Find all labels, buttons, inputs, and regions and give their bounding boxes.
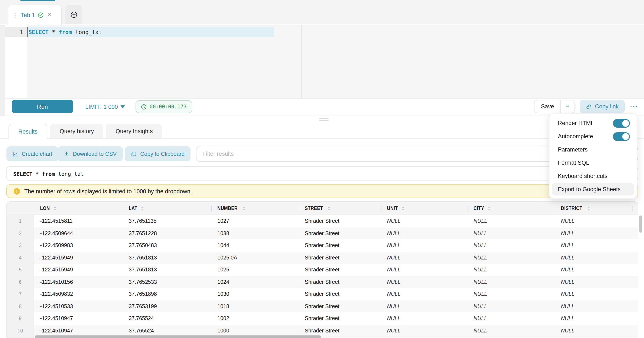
table-cell[interactable]: Shrader Street — [299, 227, 381, 239]
editor-code-area[interactable]: SELECT * from long_lat — [27, 25, 644, 98]
table-cell[interactable]: 1000 — [212, 324, 299, 337]
table-cell[interactable]: NULL — [381, 227, 468, 239]
menu-item-autocomplete[interactable]: Autocomplete — [550, 130, 637, 143]
copy-link-button[interactable]: Copy link — [580, 100, 624, 113]
table-cell[interactable]: NULL — [555, 239, 632, 252]
table-cell[interactable]: NULL — [381, 239, 468, 252]
horizontal-scrollbar[interactable] — [35, 335, 321, 338]
table-cell[interactable]: 1024 — [212, 276, 299, 288]
column-header-lon[interactable]: LON — [34, 202, 123, 215]
table-cell[interactable]: Shrader Street — [299, 324, 381, 337]
table-cell[interactable]: 1025.0A — [212, 252, 299, 264]
add-tab-button[interactable] — [65, 5, 82, 24]
menu-item-parameters[interactable]: Parameters — [550, 143, 637, 156]
table-cell[interactable]: NULL — [381, 337, 468, 338]
table-cell[interactable]: NULL — [555, 215, 632, 227]
column-header-city[interactable]: CITY — [468, 202, 555, 215]
table-cell[interactable]: Shrader Street — [299, 239, 381, 252]
table-cell[interactable]: 37.7651135 — [123, 215, 212, 227]
table-cell[interactable]: NULL — [555, 324, 632, 337]
table-cell[interactable]: Shrader Street — [299, 252, 381, 264]
table-cell[interactable]: NULL — [381, 252, 468, 264]
table-cell[interactable]: NULL — [381, 264, 468, 276]
table-cell[interactable]: 37.7651813 — [123, 264, 212, 276]
table-cell[interactable]: NULL — [555, 252, 632, 264]
column-header-district[interactable]: DISTRICT — [555, 202, 632, 215]
table-cell[interactable]: NULL — [381, 300, 468, 312]
column-header-lat[interactable]: LAT — [123, 202, 212, 215]
column-header-street[interactable]: STREET — [299, 202, 381, 215]
render-html-toggle[interactable] — [613, 119, 630, 127]
table-cell[interactable]: NULL — [468, 324, 555, 337]
table-cell[interactable]: NULL — [555, 312, 632, 324]
table-cell[interactable]: 37.765524 — [123, 312, 212, 324]
table-cell[interactable]: Shrader Street — [299, 288, 381, 300]
table-cell[interactable]: NULL — [381, 324, 468, 337]
menu-item-format-sql[interactable]: Format SQL — [550, 156, 637, 170]
save-options-button[interactable] — [560, 100, 574, 113]
table-cell[interactable]: Shrader Street — [299, 312, 381, 324]
table-cell[interactable]: 37.7651898 — [123, 288, 212, 300]
table-cell[interactable]: NULL — [468, 276, 555, 288]
table-cell[interactable]: -122.4510947 — [34, 312, 123, 324]
table-cell[interactable]: NULL — [468, 252, 555, 264]
more-options-button[interactable]: ··· — [629, 103, 639, 110]
table-cell[interactable]: NULL — [555, 337, 632, 338]
table-cell[interactable]: 37.7651813 — [123, 252, 212, 264]
table-cell[interactable]: NULL — [555, 300, 632, 312]
table-cell[interactable]: 37.7651228 — [123, 227, 212, 239]
table-cell[interactable]: NULL — [381, 215, 468, 227]
table-cell[interactable]: NULL — [468, 227, 555, 239]
table-cell[interactable]: -122.4515949 — [34, 252, 123, 264]
vertical-scrollbar[interactable] — [639, 216, 642, 233]
table-cell[interactable]: 1002 — [212, 312, 299, 324]
table-cell[interactable]: 1044 — [212, 239, 299, 252]
results-tab-query-insights[interactable]: Query Insights — [106, 124, 162, 138]
active-code-line[interactable]: SELECT * from long_lat — [27, 27, 274, 37]
run-button[interactable]: Run — [12, 100, 73, 113]
table-cell[interactable]: -122.4510533 — [34, 300, 123, 312]
table-cell[interactable]: -122.4515811 — [34, 215, 123, 227]
table-cell[interactable]: 37.7653199 — [123, 300, 212, 312]
table-cell[interactable]: NULL — [468, 264, 555, 276]
column-header-re[interactable]: RE — [632, 202, 638, 215]
table-cell[interactable]: NULL — [468, 239, 555, 252]
table-cell[interactable]: -122.4510156 — [34, 276, 123, 288]
download-csv-button[interactable]: Download to CSV — [58, 146, 122, 161]
table-cell[interactable]: NULL — [555, 227, 632, 239]
table-cell[interactable]: Shrader Street — [299, 264, 381, 276]
table-cell[interactable]: 1025 — [212, 264, 299, 276]
create-chart-button[interactable]: Create chart — [6, 146, 58, 161]
menu-item-export-to-google-sheets[interactable]: Export to Google Sheets — [552, 183, 634, 196]
table-cell[interactable]: NULL — [468, 300, 555, 312]
table-cell[interactable]: NULL — [555, 264, 632, 276]
table-cell[interactable]: 1018 — [212, 300, 299, 312]
copy-clipboard-button[interactable]: Copy to Clipboard — [125, 146, 190, 161]
table-cell[interactable]: -122.4509644 — [34, 227, 123, 239]
table-cell[interactable]: 1030 — [212, 288, 299, 300]
table-cell[interactable]: NULL — [381, 288, 468, 300]
table-cell[interactable]: NULL — [468, 337, 555, 338]
table-cell[interactable]: NULL — [381, 312, 468, 324]
sql-editor[interactable]: SELECT * from long_lat 1 — [0, 25, 644, 98]
table-cell[interactable]: 37.765524 — [123, 324, 212, 337]
table-cell[interactable]: -122.4510947 — [34, 324, 123, 337]
close-tab-icon[interactable]: ✕ — [47, 12, 52, 18]
table-cell[interactable]: Shrader Street — [299, 276, 381, 288]
autocomplete-toggle[interactable] — [613, 132, 630, 141]
table-cell[interactable]: Shrader Street — [299, 300, 381, 312]
table-cell[interactable]: 37.7652533 — [123, 276, 212, 288]
table-cell[interactable]: -122.4515949 — [34, 264, 123, 276]
table-cell[interactable]: NULL — [468, 215, 555, 227]
column-header-number[interactable]: NUMBER — [212, 202, 299, 215]
table-cell[interactable]: 1027 — [212, 215, 299, 227]
menu-item-render-html[interactable]: Render HTML — [550, 116, 637, 130]
table-cell[interactable]: -122.4509832 — [34, 288, 123, 300]
table-cell[interactable]: 37.7650483 — [123, 239, 212, 252]
table-cell[interactable]: -122.4509983 — [34, 239, 123, 252]
column-header-unit[interactable]: UNIT — [381, 202, 468, 215]
table-cell[interactable]: NULL — [555, 288, 632, 300]
menu-item-keyboard-shortcuts[interactable]: Keyboard shortcuts — [550, 170, 637, 183]
resize-grip[interactable] — [319, 118, 328, 121]
save-button[interactable]: Save — [534, 100, 560, 113]
